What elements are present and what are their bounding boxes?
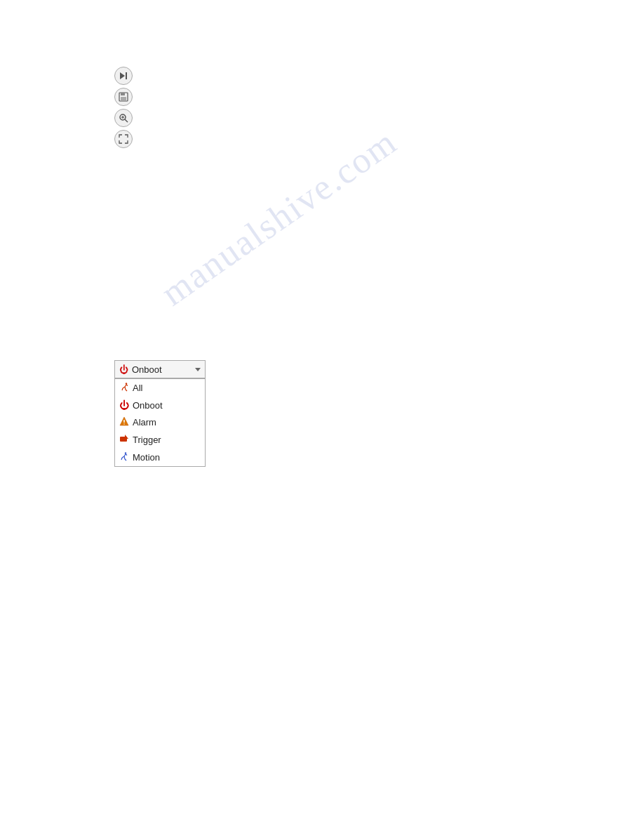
svg-rect-3: [121, 93, 125, 95]
svg-point-21: [125, 452, 126, 454]
expand-btn[interactable]: [114, 130, 133, 148]
save-btn[interactable]: [114, 88, 133, 106]
dropdown-option-trigger[interactable]: Trigger: [115, 431, 205, 449]
svg-line-15: [126, 385, 128, 386]
dropdown-option-motion[interactable]: Motion: [115, 449, 205, 466]
dropdown-option-alarm-label: Alarm: [133, 417, 156, 428]
power-icon: ⏻: [119, 364, 128, 375]
toolbar: [114, 67, 133, 148]
dropdown-selected-label: Onboot: [132, 364, 192, 375]
svg-point-9: [126, 383, 127, 384]
dropdown-option-all-label: All: [133, 383, 142, 393]
svg-line-14: [126, 390, 127, 391]
svg-line-25: [121, 458, 122, 460]
svg-line-12: [125, 387, 126, 390]
dropdown-option-trigger-label: Trigger: [133, 435, 161, 445]
dropdown-selected-display[interactable]: ⏻ Onboot: [114, 360, 206, 378]
all-icon: [119, 382, 129, 394]
dropdown-option-motion-label: Motion: [133, 452, 160, 463]
svg-line-24: [124, 456, 125, 459]
dropdown-option-onboot[interactable]: ⏻ Onboot: [115, 397, 205, 413]
alarm-icon: [119, 416, 129, 428]
dropdown-option-alarm[interactable]: Alarm: [115, 413, 205, 431]
chevron-down-icon: [195, 368, 201, 371]
svg-marker-20: [125, 435, 128, 439]
dropdown-option-all[interactable]: All: [115, 379, 205, 397]
svg-rect-1: [126, 72, 127, 79]
search-zoom-btn[interactable]: [114, 109, 133, 127]
onboot-icon: ⏻: [119, 399, 129, 411]
svg-line-13: [122, 388, 123, 390]
svg-line-27: [126, 454, 127, 456]
svg-marker-0: [120, 72, 125, 79]
dropdown-menu: All ⏻ Onboot Alarm: [114, 378, 206, 467]
event-type-dropdown[interactable]: ⏻ Onboot All ⏻ Onboot: [114, 360, 206, 378]
skip-forward-btn[interactable]: [114, 67, 133, 85]
svg-line-26: [125, 459, 126, 461]
svg-line-6: [125, 119, 128, 122]
dropdown-option-onboot-label: Onboot: [133, 400, 163, 411]
watermark: manualshive.com: [154, 121, 405, 314]
svg-point-18: [123, 423, 125, 425]
motion-icon: [119, 451, 129, 463]
svg-rect-4: [121, 97, 126, 100]
trigger-icon: [119, 434, 129, 446]
